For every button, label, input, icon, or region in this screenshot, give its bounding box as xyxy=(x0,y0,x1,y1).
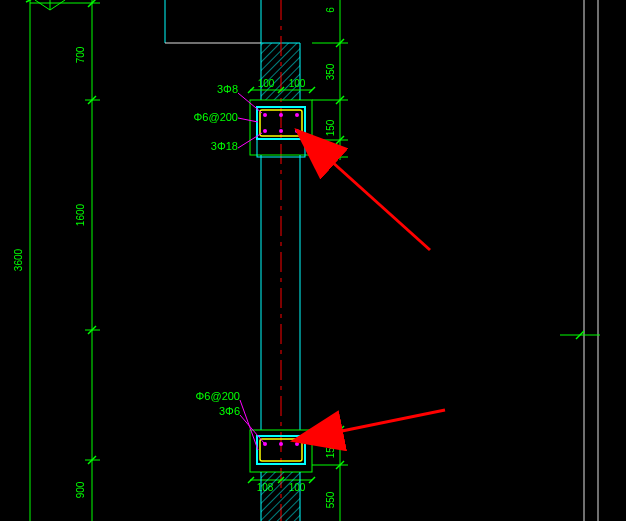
dim-100a: 100 xyxy=(258,78,275,89)
label-phi6-200-bot: Φ6@200 xyxy=(196,390,240,402)
left-dimension-group: 3600 700 1600 900 xyxy=(13,0,100,521)
dim-150-bot: 150 xyxy=(325,441,336,458)
svg-point-24 xyxy=(279,113,283,117)
dim-550: 550 xyxy=(325,491,336,508)
svg-rect-64 xyxy=(261,472,300,521)
elevation-marker xyxy=(35,0,65,10)
cad-drawing: 3600 700 1600 900 xyxy=(0,0,626,521)
svg-point-28 xyxy=(295,129,299,133)
svg-line-30 xyxy=(238,118,258,122)
dim-overall: 3600 xyxy=(13,248,24,271)
arrow-icon xyxy=(330,160,430,250)
arrow-icon xyxy=(337,410,445,432)
lower-detail: Φ6@200 3Φ6 108 100 150 550 xyxy=(196,390,348,521)
svg-point-52 xyxy=(295,442,299,446)
dim-6: 6 xyxy=(325,7,336,13)
svg-point-25 xyxy=(295,113,299,117)
svg-point-23 xyxy=(263,113,267,117)
annotation-arrows xyxy=(330,160,445,432)
label-phi6-200-top: Φ6@200 xyxy=(194,111,238,123)
svg-point-51 xyxy=(279,442,283,446)
dim-150-top: 150 xyxy=(325,119,336,136)
label-3phi8: 3Φ8 xyxy=(217,83,238,95)
dim-700: 700 xyxy=(75,46,86,63)
dim-900: 900 xyxy=(75,481,86,498)
dim-350: 350 xyxy=(325,63,336,80)
dim-1600: 1600 xyxy=(75,203,86,226)
svg-line-54 xyxy=(240,415,264,443)
svg-point-26 xyxy=(263,129,267,133)
label-3phi6: 3Φ6 xyxy=(219,405,240,417)
svg-point-27 xyxy=(279,129,283,133)
dim-100b: 100 xyxy=(289,78,306,89)
label-3phi18: 3Φ18 xyxy=(211,140,238,152)
